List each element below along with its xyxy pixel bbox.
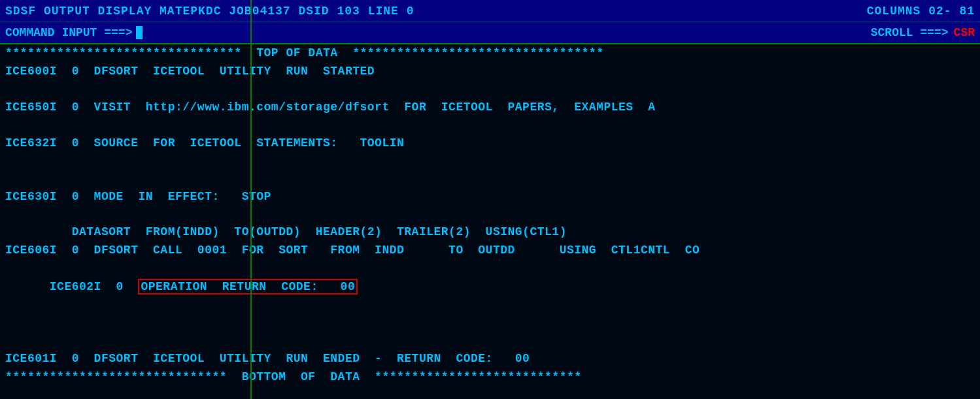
line-datasort: DATASORT FROM(INDD) TO(OUTDD) HEADER(2) … xyxy=(5,223,975,242)
ice602i-prefix: ICE602I 0 xyxy=(50,280,139,293)
command-right: SCROLL ===> CSR xyxy=(871,26,975,39)
line-ice650i: ICE650I 0 VISIT http://www.ibm.com/stora… xyxy=(5,99,975,117)
cursor xyxy=(136,26,143,39)
columns-label: COLUMNS 02- 81 xyxy=(867,5,975,18)
scroll-value: CSR xyxy=(954,26,975,39)
line-bottom-of-data: ****************************** BOTTOM OF… xyxy=(5,368,975,387)
line-ice601i: ICE601I 0 DFSORT ICETOOL UTILITY RUN END… xyxy=(5,350,975,368)
line-empty3 xyxy=(5,153,975,170)
header-row: SDSF OUTPUT DISPLAY MATEPKDC JOB04137 DS… xyxy=(0,0,980,22)
command-row[interactable]: COMMAND INPUT ===> SCROLL ===> CSR xyxy=(0,22,980,44)
line-ice602i: ICE602I 0 OPERATION RETURN CODE: 00 xyxy=(5,260,975,315)
line-empty4 xyxy=(5,170,975,188)
scroll-label: SCROLL ===> xyxy=(871,26,949,39)
line-empty1 xyxy=(5,81,975,99)
command-label: COMMAND INPUT ===> xyxy=(5,26,132,39)
command-left: COMMAND INPUT ===> xyxy=(5,26,143,39)
operation-return-code-box: OPERATION RETURN CODE: 00 xyxy=(138,279,358,295)
line-empty5 xyxy=(5,206,975,223)
terminal-screen: SDSF OUTPUT DISPLAY MATEPKDC JOB04137 DS… xyxy=(0,0,980,399)
line-ice606i: ICE606I 0 DFSORT CALL 0001 FOR SORT FROM… xyxy=(5,242,975,260)
line-empty2 xyxy=(5,117,975,135)
line-empty7 xyxy=(5,332,975,350)
line-ice632i: ICE632I 0 SOURCE FOR ICETOOL STATEMENTS:… xyxy=(5,135,975,153)
line-empty6 xyxy=(5,315,975,332)
line-ice630i: ICE630I 0 MODE IN EFFECT: STOP xyxy=(5,188,975,206)
line-top-of-data: ******************************** TOP OF … xyxy=(5,44,975,63)
command-input[interactable] xyxy=(135,26,143,39)
line-ice600i: ICE600I 0 DFSORT ICETOOL UTILITY RUN STA… xyxy=(5,63,975,81)
header-title: SDSF OUTPUT DISPLAY MATEPKDC JOB04137 DS… xyxy=(5,5,414,18)
vertical-separator xyxy=(250,0,252,399)
content-area: ******************************** TOP OF … xyxy=(0,44,980,387)
